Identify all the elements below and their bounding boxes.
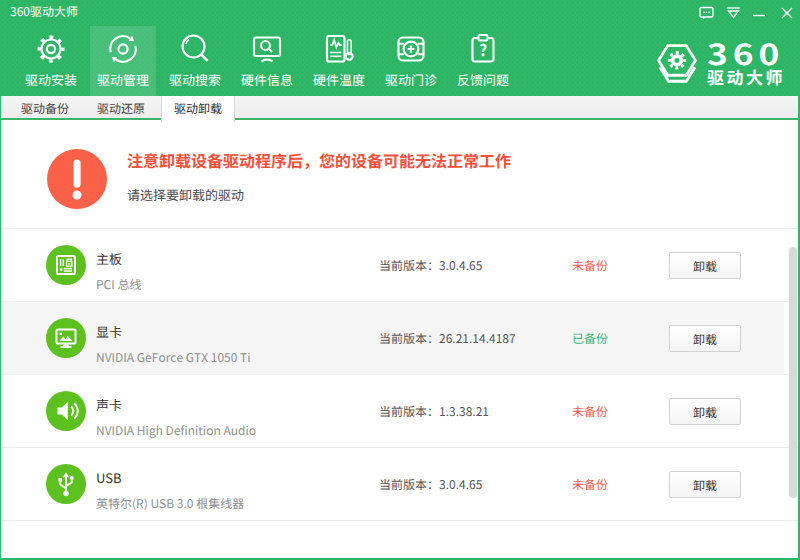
logo-text: 360 驱动大师 [707,40,785,86]
message-icon [699,6,714,20]
close-icon [781,7,793,19]
driver-name: 声卡 [96,394,122,415]
nav-label: 驱动门诊 [385,72,437,88]
tab-driver-uninstall[interactable]: 驱动卸载 [161,96,235,122]
driver-device: 英特尔(R) USB 3.0 根集线器 [96,494,244,511]
driver-version: 当前版本：26.21.14.4187 [379,302,516,374]
usb-icon [46,464,86,504]
nav-label: 驱动管理 [97,72,149,88]
tabbar: 驱动备份 驱动还原 驱动卸载 [1,96,798,120]
monitor-search-icon [248,30,286,68]
uninstall-button[interactable]: 卸载 [669,252,741,279]
window-title: 360驱动大师 [10,4,78,18]
nav-driver-install[interactable]: 驱动安装 [15,26,87,96]
uninstall-button[interactable]: 卸载 [669,325,741,352]
logo-hexagon-gear-icon [655,41,699,89]
backup-status: 未备份 [572,448,608,520]
close-button[interactable] [777,0,797,26]
minimize-button[interactable] [749,0,769,26]
backup-status: 未备份 [572,229,608,301]
logo-brand: 360 [707,40,800,65]
driver-name: USB [96,467,122,488]
driver-device: NVIDIA High Definition Audio [96,421,256,438]
tray-icon [726,7,741,20]
nav-label: 反馈问题 [457,72,509,88]
nav-hardware-info[interactable]: 硬件信息 [231,26,303,96]
tab-driver-restore[interactable]: 驱动还原 [83,96,159,120]
driver-row-audio: 声卡 NVIDIA High Definition Audio 当前版本：1.3… [1,375,798,448]
driver-version: 当前版本：1.3.38.21 [379,375,489,447]
nav-driver-search[interactable]: 驱动搜索 [159,26,231,96]
first-aid-icon [392,30,430,68]
tab-driver-backup[interactable]: 驱动备份 [7,96,83,120]
speaker-icon [46,391,86,431]
nav-label: 驱动安装 [25,72,77,88]
driver-row-motherboard: 主板 PCI 总线 当前版本：3.0.4.65 未备份 卸载 [1,229,798,302]
svg-text:?: ? [479,37,487,61]
driver-device: NVIDIA GeForce GTX 1050 Ti [96,348,251,365]
nav-hardware-temp[interactable]: 硬件温度 [303,26,375,96]
titlebar: 360驱动大师 [0,0,800,26]
scrollbar-thumb[interactable] [789,247,797,498]
warning-banner: 注意卸载设备驱动程序后，您的设备可能无法正常工作 请选择要卸载的驱动 [1,120,798,228]
nav-label: 硬件信息 [241,72,293,88]
thermometer-icon [320,30,358,68]
refresh-gear-icon [104,30,142,68]
driver-device: PCI 总线 [96,275,141,292]
driver-list: 主板 PCI 总线 当前版本：3.0.4.65 未备份 卸载 显卡 [1,228,798,521]
motherboard-icon [46,245,86,285]
warning-subtitle: 请选择要卸载的驱动 [127,187,244,203]
gear-icon [32,30,70,68]
driver-version: 当前版本：3.0.4.65 [379,448,482,520]
nav-label: 硬件温度 [313,72,365,88]
driver-row-gpu: 显卡 NVIDIA GeForce GTX 1050 Ti 当前版本：26.21… [1,302,798,375]
nav-feedback[interactable]: ? 反馈问题 [447,26,519,96]
nav-driver-clinic[interactable]: 驱动门诊 [375,26,447,96]
warning-icon [47,149,107,209]
warning-title: 注意卸载设备驱动程序后，您的设备可能无法正常工作 [127,151,511,169]
display-icon [46,318,86,358]
content: 注意卸载设备驱动程序后，您的设备可能无法正常工作 请选择要卸载的驱动 [1,120,798,558]
nav-label: 驱动搜索 [169,72,221,88]
search-icon [176,30,214,68]
driver-row-usb: USB 英特尔(R) USB 3.0 根集线器 当前版本：3.0.4.65 未备… [1,448,798,521]
header: 360驱动大师 [0,0,800,96]
clipboard-question-icon: ? [464,30,502,68]
app-logo: 360 驱动大师 [655,40,785,89]
message-button[interactable] [696,0,716,26]
driver-version: 当前版本：3.0.4.65 [379,229,482,301]
driver-name: 主板 [96,248,122,269]
driver-name: 显卡 [96,321,122,342]
backup-status: 已备份 [572,302,608,374]
uninstall-button[interactable]: 卸载 [669,398,741,425]
uninstall-button[interactable]: 卸载 [669,471,741,498]
backup-status: 未备份 [572,375,608,447]
app-window: 360驱动大师 [0,0,800,560]
nav-driver-manage[interactable]: 驱动管理 [90,26,156,96]
minimize-icon [752,7,766,19]
tray-button[interactable] [723,0,743,26]
